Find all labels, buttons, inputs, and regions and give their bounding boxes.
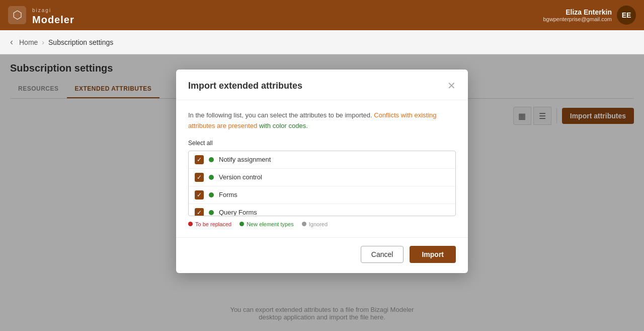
list-item: ✓ Notify assignment xyxy=(189,151,455,169)
attribute-name-forms: Forms xyxy=(219,191,237,198)
hint-line2: desktop application and import the file … xyxy=(0,313,644,321)
breadcrumb-bar: ‹ Home › Subscription settings xyxy=(0,30,644,54)
checkbox-notify-assignment[interactable]: ✓ xyxy=(195,155,204,164)
brand-small: bizagi xyxy=(32,8,51,13)
attribute-name-query-forms: Query Forms xyxy=(219,209,257,216)
hint-area: You can export extended attributes to a … xyxy=(0,306,644,321)
attributes-list: ✓ Notify assignment ✓ Version control ✓ … xyxy=(188,151,456,216)
breadcrumb-current: Subscription settings xyxy=(48,38,113,46)
brand-big: Modeler xyxy=(32,14,74,25)
logo-icon: ⬡ xyxy=(8,6,26,24)
legend-dot-gray xyxy=(302,222,306,226)
avatar[interactable]: EE xyxy=(617,6,636,25)
legend-label-replaced: To be replaced xyxy=(195,221,231,227)
user-name: Eliza Enterkin xyxy=(543,8,612,16)
breadcrumb-home[interactable]: Home xyxy=(19,38,38,46)
brand: ⬡ bizagi Modeler xyxy=(8,5,74,25)
legend: To be replaced New element types Ignored xyxy=(188,221,456,227)
navbar: ⬡ bizagi Modeler Eliza Enterkin bgwpente… xyxy=(0,0,644,30)
list-item: ✓ Version control xyxy=(189,169,455,186)
modal-body: In the following list, you can select th… xyxy=(176,100,468,237)
legend-dot-red xyxy=(188,222,193,226)
dot-version-control xyxy=(209,175,214,180)
attribute-name-version-control: Version control xyxy=(219,173,262,181)
user-email: bgwpenterprise@gmail.com xyxy=(543,16,612,22)
modal-close-button[interactable]: ✕ xyxy=(447,80,456,92)
back-button[interactable]: ‹ xyxy=(8,35,15,49)
checkbox-query-forms[interactable]: ✓ xyxy=(195,208,204,216)
dot-forms xyxy=(209,192,214,197)
legend-ignored: Ignored xyxy=(302,221,328,227)
attribute-name-notify-assignment: Notify assignment xyxy=(219,156,271,163)
checkbox-forms[interactable]: ✓ xyxy=(195,190,204,200)
modal-footer: Cancel Import xyxy=(176,237,468,273)
legend-dot-green xyxy=(239,222,244,226)
modal-header: Import extended attributes ✕ xyxy=(176,70,468,100)
modal-overlay: Import extended attributes ✕ In the foll… xyxy=(0,54,644,331)
dot-query-forms xyxy=(209,210,214,215)
legend-replaced: To be replaced xyxy=(188,221,231,227)
select-all-label[interactable]: Select all xyxy=(188,140,456,147)
hex-icon: ⬡ xyxy=(13,9,22,22)
dot-notify-assignment xyxy=(209,157,214,162)
hint-line1: You can export extended attributes to a … xyxy=(0,306,644,313)
modal: Import extended attributes ✕ In the foll… xyxy=(176,70,468,273)
list-item: ✓ Forms xyxy=(189,186,455,204)
cancel-button[interactable]: Cancel xyxy=(361,246,404,263)
brand-text: bizagi Modeler xyxy=(32,5,74,25)
modal-title: Import extended attributes xyxy=(188,81,302,91)
list-item: ✓ Query Forms xyxy=(189,204,455,216)
legend-new: New element types xyxy=(239,221,294,227)
main-content: Subscription settings RESOURCES EXTENDED… xyxy=(0,54,644,331)
breadcrumb-separator: › xyxy=(42,38,44,46)
import-button[interactable]: Import xyxy=(410,246,456,263)
modal-description: In the following list, you can select th… xyxy=(188,110,456,131)
user-info: Eliza Enterkin bgwpenterprise@gmail.com … xyxy=(543,6,636,25)
user-details: Eliza Enterkin bgwpenterprise@gmail.com xyxy=(543,8,612,22)
legend-label-new: New element types xyxy=(247,221,294,227)
legend-label-ignored: Ignored xyxy=(309,221,328,227)
checkbox-version-control[interactable]: ✓ xyxy=(195,173,204,182)
